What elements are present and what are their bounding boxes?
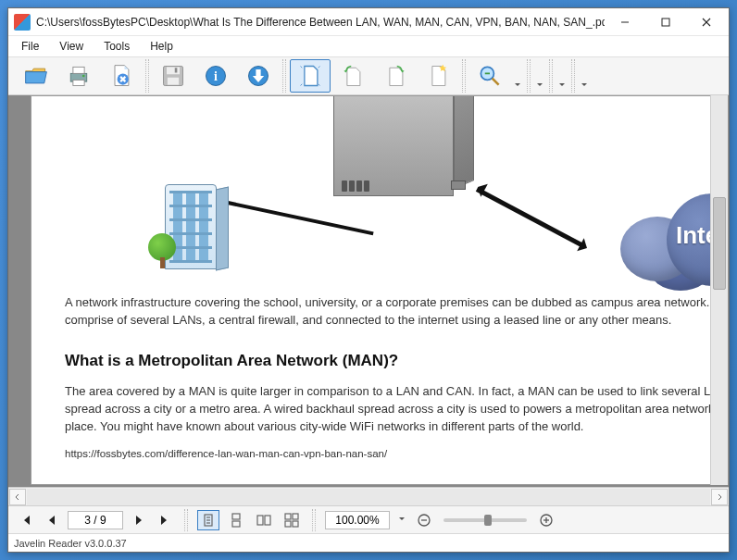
find-button[interactable] [469, 59, 510, 93]
status-text: Javelin Reader v3.0.0.37 [14, 538, 127, 549]
titlebar: C:\Users\fossBytesPC\Desktop\What Is The… [8, 8, 729, 36]
rotate-left-button[interactable] [332, 59, 373, 93]
connection-line [215, 198, 374, 235]
layout-single-button[interactable] [197, 510, 219, 530]
menu-file[interactable]: File [12, 38, 48, 55]
menu-view[interactable]: View [50, 38, 93, 55]
toolbar-overflow-2[interactable] [556, 59, 568, 93]
layout-facing-continuous-button[interactable] [281, 510, 303, 530]
layout-continuous-button[interactable] [225, 510, 247, 530]
fit-page-button[interactable] [290, 59, 331, 93]
paragraph: The area covered by a MAN is quite large… [65, 383, 729, 436]
footer-url: https://fossbytes.com/difference-lan-wan… [65, 446, 729, 462]
toolbar-separator [145, 59, 149, 93]
zoom-slider[interactable] [443, 518, 527, 522]
toolbar-separator [462, 59, 466, 93]
svg-point-7 [82, 75, 85, 78]
zoom-in-button[interactable] [536, 510, 556, 530]
bottom-toolbar: 100.00% [8, 505, 729, 533]
section-heading: What is a Metropolitan Area Network (MAN… [65, 350, 729, 373]
info-button[interactable]: i [195, 59, 236, 93]
window-title: C:\Users\fossBytesPC\Desktop\What Is The… [36, 16, 605, 29]
minimize-button[interactable] [605, 9, 645, 35]
zoom-out-button[interactable] [414, 510, 434, 530]
svg-rect-29 [285, 521, 291, 527]
last-page-button[interactable] [155, 510, 175, 530]
scroll-right-button[interactable] [711, 489, 728, 505]
document-area: Internet A network infrastructure coveri… [8, 95, 729, 505]
svg-rect-5 [73, 67, 84, 73]
connection-arrow [476, 187, 584, 247]
toolbar-overflow-3[interactable] [579, 59, 590, 93]
menu-help[interactable]: Help [141, 38, 182, 55]
open-file-button[interactable] [16, 59, 56, 93]
statusbar: Javelin Reader v3.0.0.37 [8, 533, 729, 552]
svg-rect-30 [293, 521, 298, 527]
print-button[interactable] [58, 59, 99, 93]
svg-rect-28 [293, 514, 298, 519]
svg-rect-26 [265, 516, 270, 525]
server-icon [333, 95, 481, 198]
remove-document-button[interactable] [101, 59, 142, 93]
window-controls [605, 9, 727, 35]
zoom-value[interactable]: 100.00% [325, 511, 390, 529]
app-window: C:\Users\fossBytesPC\Desktop\What Is The… [7, 7, 730, 553]
menubar: File View Tools Help [8, 36, 729, 56]
new-page-button[interactable] [418, 59, 458, 93]
menu-tools[interactable]: Tools [94, 38, 139, 55]
svg-rect-1 [662, 19, 669, 26]
svg-rect-12 [175, 68, 178, 72]
toolbar: i [8, 56, 729, 95]
scroll-left-button[interactable] [9, 489, 26, 505]
separator [312, 509, 316, 531]
zoom-dropdown[interactable] [395, 517, 408, 523]
svg-rect-25 [257, 516, 263, 525]
find-dropdown[interactable] [512, 59, 523, 93]
next-page-button[interactable] [129, 510, 149, 530]
svg-text:i: i [214, 69, 218, 83]
svg-rect-17 [485, 73, 490, 75]
toolbar-separator [527, 59, 531, 93]
svg-rect-23 [232, 514, 240, 519]
scroll-thumb[interactable] [713, 197, 726, 290]
save-button[interactable] [153, 59, 194, 93]
toolbar-separator [282, 59, 286, 93]
toolbar-separator [549, 59, 553, 93]
svg-rect-6 [73, 80, 84, 85]
vertical-scrollbar[interactable] [710, 95, 727, 485]
tree-icon [148, 233, 176, 268]
horizontal-scrollbar[interactable] [8, 487, 729, 505]
page-number-input[interactable] [68, 511, 123, 529]
separator [184, 509, 188, 531]
app-icon [14, 14, 31, 31]
download-button[interactable] [238, 59, 279, 93]
svg-rect-24 [232, 521, 240, 527]
layout-facing-button[interactable] [253, 510, 275, 530]
prev-page-button[interactable] [42, 510, 62, 530]
maximize-button[interactable] [645, 9, 686, 35]
svg-line-18 [493, 79, 499, 85]
pdf-page[interactable]: Internet A network infrastructure coveri… [31, 95, 729, 485]
close-button[interactable] [686, 9, 727, 35]
paragraph: A network infrastructure covering the sc… [65, 294, 729, 330]
svg-rect-27 [285, 514, 291, 519]
first-page-button[interactable] [16, 510, 36, 530]
zoom-slider-knob[interactable] [484, 515, 492, 526]
svg-rect-10 [167, 67, 180, 74]
network-diagram: Internet [65, 96, 729, 281]
svg-rect-11 [168, 78, 179, 85]
toolbar-overflow-1[interactable] [534, 59, 545, 93]
toolbar-separator [571, 59, 575, 93]
rotate-right-button[interactable] [375, 59, 416, 93]
